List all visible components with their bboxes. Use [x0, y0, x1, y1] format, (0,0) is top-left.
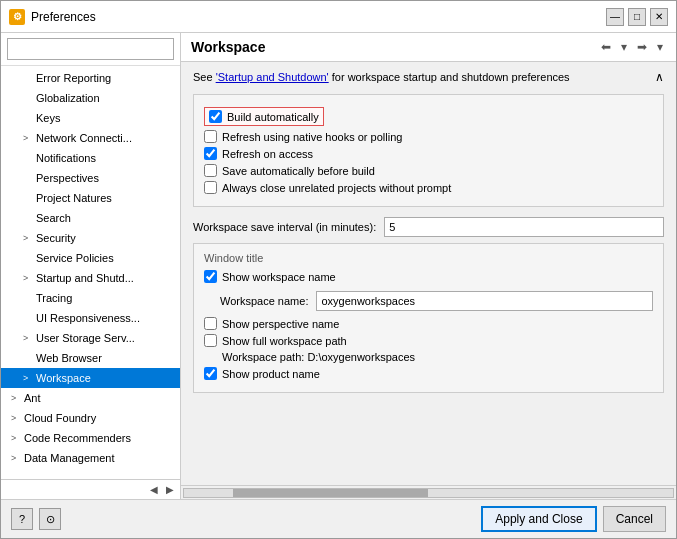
sidebar-item-user-storage[interactable]: >User Storage Serv...: [1, 328, 180, 348]
sidebar-item-label-security: Security: [36, 232, 76, 244]
sidebar-item-label-project-natures: Project Natures: [36, 192, 112, 204]
workspace-path-text: Workspace path: D:\oxygenworkspaces: [204, 351, 653, 363]
checkbox-refresh-access[interactable]: [204, 147, 217, 160]
wt-checkbox-show-workspace-name[interactable]: [204, 270, 217, 283]
panel-header: Workspace ⬅ ▾ ➡ ▾: [181, 33, 676, 62]
sidebar-item-service-policies[interactable]: Service Policies: [1, 248, 180, 268]
sidebar-item-startup-shutdown[interactable]: >Startup and Shutd...: [1, 268, 180, 288]
sidebar-tree: Error ReportingGlobalizationKeys>Network…: [1, 66, 180, 479]
sidebar-item-label-ant: Ant: [24, 392, 41, 404]
apply-close-button[interactable]: Apply and Close: [481, 506, 596, 532]
help-button[interactable]: ?: [11, 508, 33, 530]
sidebar-item-ui-responsiveness[interactable]: UI Responsiveness...: [1, 308, 180, 328]
bottom-bar: ? ⊙ Apply and Close Cancel: [1, 499, 676, 538]
sidebar-item-search[interactable]: Search: [1, 208, 180, 228]
sidebar-item-label-service-policies: Service Policies: [36, 252, 114, 264]
wt-label-show-product-name: Show product name: [222, 368, 320, 380]
nav-dropdown-button[interactable]: ▾: [618, 39, 630, 55]
cloud-foundry-arrow-icon: >: [11, 413, 21, 423]
search-input[interactable]: [7, 38, 174, 60]
sidebar-item-workspace[interactable]: >Workspace: [1, 368, 180, 388]
user-storage-arrow-icon: >: [23, 333, 33, 343]
sidebar-item-label-search: Search: [36, 212, 71, 224]
sidebar-item-notifications[interactable]: Notifications: [1, 148, 180, 168]
scroll-thumb: [233, 489, 429, 497]
sidebar: Error ReportingGlobalizationKeys>Network…: [1, 33, 181, 499]
wt-checkbox-row-show-perspective-name: Show perspective name: [204, 317, 653, 330]
checkbox-label-save-before-build: Save automatically before build: [222, 165, 375, 177]
sidebar-item-label-keys: Keys: [36, 112, 60, 124]
wt-checkbox-show-full-path[interactable]: [204, 334, 217, 347]
sidebar-item-web-browser[interactable]: Web Browser: [1, 348, 180, 368]
sidebar-item-data-management[interactable]: >Data Management: [1, 448, 180, 468]
checkboxes-section: Build automatically Refresh using native…: [193, 94, 664, 207]
info-line: See 'Startup and Shutdown' for workspace…: [193, 70, 664, 84]
panel-title: Workspace: [191, 39, 265, 55]
wt-label-show-perspective-name: Show perspective name: [222, 318, 339, 330]
wt-label-show-workspace-name: Show workspace name: [222, 271, 336, 283]
preferences-window: ⚙ Preferences — □ ✕ Error ReportingGloba…: [0, 0, 677, 539]
workspace-name-row: Workspace name:: [204, 291, 653, 311]
checkbox-row-refresh-native: Refresh using native hooks or polling: [204, 130, 653, 143]
sidebar-item-code-recommenders[interactable]: >Code Recommenders: [1, 428, 180, 448]
sidebar-item-label-notifications: Notifications: [36, 152, 96, 164]
checkbox-row-close-unrelated: Always close unrelated projects without …: [204, 181, 653, 194]
sidebar-item-label-workspace: Workspace: [36, 372, 91, 384]
sidebar-item-project-natures[interactable]: Project Natures: [1, 188, 180, 208]
workspace-name-input[interactable]: [316, 291, 653, 311]
horizontal-scrollbar[interactable]: [183, 488, 674, 498]
wt-checkbox-row-show-full-path: Show full workspace path: [204, 334, 653, 347]
sidebar-item-ant[interactable]: >Ant: [1, 388, 180, 408]
sidebar-forward-icon[interactable]: ▶: [163, 483, 177, 496]
sidebar-item-security[interactable]: >Security: [1, 228, 180, 248]
sidebar-item-label-error-reporting: Error Reporting: [36, 72, 111, 84]
checkbox-close-unrelated[interactable]: [204, 181, 217, 194]
app-icon: ⚙: [9, 9, 25, 25]
sidebar-item-error-reporting[interactable]: Error Reporting: [1, 68, 180, 88]
sidebar-item-label-network-connections: Network Connecti...: [36, 132, 132, 144]
workspace-arrow-icon: >: [23, 373, 33, 383]
checkbox-build-auto[interactable]: [209, 110, 222, 123]
bottom-left: ? ⊙: [11, 508, 61, 530]
wt-checkbox-row-show-workspace-name: Show workspace name: [204, 270, 653, 283]
window-title-section: Window title Show workspace nameWorkspac…: [193, 243, 664, 393]
highlighted-checkbox-build-auto: Build automatically: [204, 107, 324, 126]
checkbox-row-refresh-access: Refresh on access: [204, 147, 653, 160]
window-title: Preferences: [31, 10, 96, 24]
sidebar-item-cloud-foundry[interactable]: >Cloud Foundry: [1, 408, 180, 428]
sidebar-item-network-connections[interactable]: >Network Connecti...: [1, 128, 180, 148]
cancel-button[interactable]: Cancel: [603, 506, 666, 532]
nav-forward-button[interactable]: ➡: [634, 39, 650, 55]
minimize-button[interactable]: —: [606, 8, 624, 26]
collapse-icon[interactable]: ∧: [655, 70, 664, 84]
checkbox-label-refresh-native: Refresh using native hooks or polling: [222, 131, 402, 143]
maximize-button[interactable]: □: [628, 8, 646, 26]
sidebar-item-label-code-recommenders: Code Recommenders: [24, 432, 131, 444]
panel-content: See 'Startup and Shutdown' for workspace…: [181, 62, 676, 485]
checkbox-row-save-before-build: Save automatically before build: [204, 164, 653, 177]
sidebar-bottom: ◀ ▶: [1, 479, 180, 499]
nav-menu-button[interactable]: ▾: [654, 39, 666, 55]
sidebar-item-globalization[interactable]: Globalization: [1, 88, 180, 108]
window-controls: — □ ✕: [606, 8, 668, 26]
save-interval-input[interactable]: [384, 217, 664, 237]
sidebar-back-icon[interactable]: ◀: [147, 483, 161, 496]
wt-checkbox-show-perspective-name[interactable]: [204, 317, 217, 330]
sidebar-item-perspectives[interactable]: Perspectives: [1, 168, 180, 188]
checkbox-label-close-unrelated: Always close unrelated projects without …: [222, 182, 451, 194]
sidebar-item-tracing[interactable]: Tracing: [1, 288, 180, 308]
info-button[interactable]: ⊙: [39, 508, 61, 530]
info-text: See 'Startup and Shutdown' for workspace…: [193, 71, 570, 83]
sidebar-item-keys[interactable]: Keys: [1, 108, 180, 128]
checkbox-save-before-build[interactable]: [204, 164, 217, 177]
save-interval-label: Workspace save interval (in minutes):: [193, 221, 376, 233]
checkbox-refresh-native[interactable]: [204, 130, 217, 143]
sidebar-item-label-ui-responsiveness: UI Responsiveness...: [36, 312, 140, 324]
startup-shutdown-link[interactable]: 'Startup and Shutdown': [216, 71, 329, 83]
action-buttons: Apply and Close Cancel: [481, 506, 666, 532]
checkbox-row-build-auto: Build automatically: [204, 107, 653, 126]
close-button[interactable]: ✕: [650, 8, 668, 26]
sidebar-item-label-tracing: Tracing: [36, 292, 72, 304]
wt-checkbox-show-product-name[interactable]: [204, 367, 217, 380]
nav-back-button[interactable]: ⬅: [598, 39, 614, 55]
